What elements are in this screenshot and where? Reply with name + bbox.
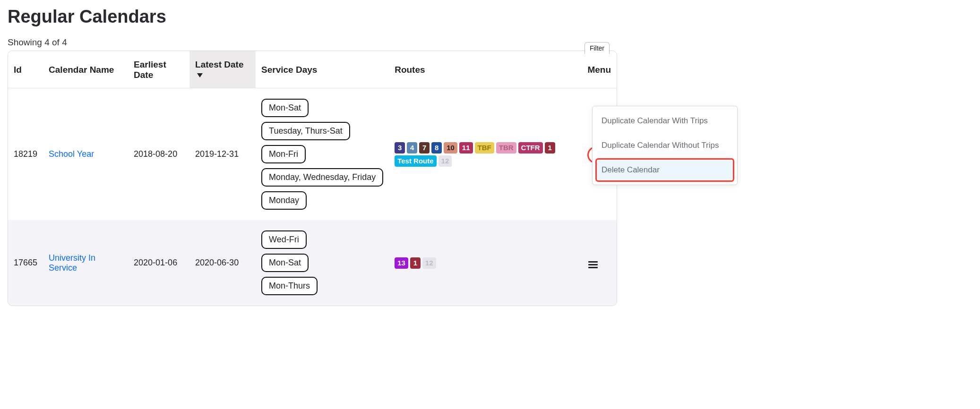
route-badge[interactable]: 11 [459,142,473,153]
service-day-pill[interactable]: Mon-Fri [261,145,306,163]
cell-earliest: 2020-01-06 [128,220,189,306]
calendars-table-card: Id Calendar Name Earliest Date Latest Da… [8,51,617,306]
service-day-pill[interactable]: Mon-Sat [261,254,309,272]
column-header-latest[interactable]: Latest Date [189,51,256,88]
cell-service-days: Mon-SatTuesday, Thurs-SatMon-FriMonday, … [256,88,389,221]
service-day-pill[interactable]: Monday, Wednesday, Friday [261,168,383,187]
calendar-name-link[interactable]: University In Service [49,253,95,273]
column-header-routes[interactable]: Routes [389,51,582,88]
hamburger-icon [588,261,598,263]
cell-name: University In Service [43,220,128,306]
table-row: 18219School Year2018-08-202019-12-31Mon-… [8,88,617,221]
column-header-id[interactable]: Id [8,51,43,88]
service-day-pill[interactable]: Mon-Sat [261,99,309,117]
cell-latest: 2020-06-30 [189,220,256,306]
route-badge[interactable]: 12 [422,257,436,269]
hamburger-icon [588,264,598,265]
cell-service-days: Wed-FriMon-SatMon-Thurs [256,220,389,306]
route-badge[interactable]: 3 [395,142,405,153]
showing-count: Showing 4 of 4 [8,37,617,48]
calendars-table: Id Calendar Name Earliest Date Latest Da… [8,51,617,306]
route-badge[interactable]: 13 [395,257,408,269]
route-badge[interactable]: 10 [444,142,457,153]
service-day-pill[interactable]: Monday [261,191,307,210]
route-badge[interactable]: 4 [407,142,417,153]
table-row: 17665University In Service2020-01-062020… [8,220,617,306]
service-day-pill[interactable]: Wed-Fri [261,230,307,249]
dropdown-item[interactable]: Duplicate Calendar Without Trips [595,134,734,157]
cell-name: School Year [43,88,128,221]
cell-id: 17665 [8,220,43,306]
route-badge[interactable]: 1 [410,257,421,269]
hamburger-icon [588,267,598,268]
cell-routes: 34781011TBFTBRCTFR1Test Route12 [389,88,582,221]
cell-id: 18219 [8,88,43,221]
route-badge[interactable]: Test Route [395,155,436,167]
route-badge[interactable]: TBF [475,142,494,153]
column-header-menu[interactable]: Menu [582,51,617,88]
route-badge[interactable]: 1 [545,142,555,153]
cell-menu [582,220,617,306]
page-title: Regular Calendars [8,7,617,27]
route-badge[interactable]: TBR [496,142,516,153]
route-badge[interactable]: CTFR [518,142,543,153]
route-badge[interactable]: 12 [438,155,452,167]
cell-latest: 2019-12-31 [189,88,256,221]
column-header-name[interactable]: Calendar Name [43,51,128,88]
cell-routes: 13112 [389,220,582,306]
filter-tab[interactable]: Filter [585,42,610,54]
row-menu-button[interactable] [587,259,599,271]
dropdown-item[interactable]: Duplicate Calendar With Trips [595,109,734,133]
column-header-service[interactable]: Service Days [256,51,389,88]
dropdown-item[interactable]: Delete Calendar [595,158,734,182]
cell-earliest: 2018-08-20 [128,88,189,221]
column-header-earliest[interactable]: Earliest Date [128,51,189,88]
sort-desc-icon [197,73,203,77]
column-header-latest-label: Latest Date [195,60,243,69]
route-badge[interactable]: 7 [419,142,430,153]
service-day-pill[interactable]: Tuesday, Thurs-Sat [261,122,350,140]
route-badge[interactable]: 8 [431,142,442,153]
row-menu-dropdown: Duplicate Calendar With TripsDuplicate C… [592,106,738,185]
calendar-name-link[interactable]: School Year [49,149,94,159]
service-day-pill[interactable]: Mon-Thurs [261,277,318,295]
